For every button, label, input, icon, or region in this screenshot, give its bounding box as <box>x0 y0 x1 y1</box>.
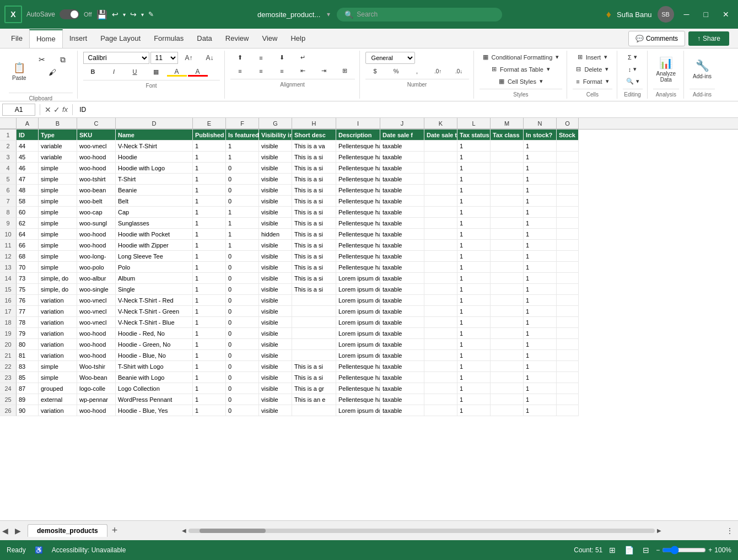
list-item[interactable]: 1 <box>524 141 557 152</box>
list-item[interactable]: taxable <box>380 317 424 328</box>
list-item[interactable]: This is a si <box>292 262 336 273</box>
cell-k1[interactable]: Date sale t <box>424 130 457 141</box>
list-item[interactable] <box>557 284 579 295</box>
tab-home[interactable]: Home <box>29 29 63 48</box>
minimize-btn[interactable]: ─ <box>680 8 694 21</box>
list-item[interactable]: woo-vnecl <box>77 306 116 317</box>
list-item[interactable]: Pellentesque habitant morbi trist <box>336 240 380 251</box>
list-item[interactable]: simple <box>39 163 77 174</box>
list-item[interactable]: woo-hood <box>77 405 116 416</box>
autosum-btn[interactable]: Σ ▾ <box>623 52 643 62</box>
list-item[interactable] <box>557 207 579 218</box>
wrap-text-btn[interactable]: ↵ <box>293 52 313 63</box>
list-item[interactable]: 1 <box>457 372 491 383</box>
list-item[interactable]: V-Neck T-Shirt - Red <box>116 295 193 306</box>
list-item[interactable]: 1 <box>226 240 259 251</box>
list-item[interactable] <box>424 152 457 163</box>
list-item[interactable]: woo-single <box>77 284 116 295</box>
list-item[interactable]: simple <box>39 218 77 229</box>
list-item[interactable] <box>424 295 457 306</box>
indent-dec-btn[interactable]: ⇤ <box>293 65 313 77</box>
list-item[interactable]: woo-hood <box>77 339 116 350</box>
list-item[interactable]: 87 <box>17 383 39 394</box>
list-item[interactable]: woo-bean <box>77 185 116 196</box>
share-button[interactable]: ↑ Share <box>688 31 729 46</box>
list-item[interactable]: 58 <box>17 196 39 207</box>
border-btn[interactable]: ▦ <box>146 66 166 78</box>
increase-font-btn[interactable]: A↑ <box>179 52 199 64</box>
delete-btn[interactable]: ⊟ Delete ▾ <box>573 64 612 74</box>
list-item[interactable]: This is a si <box>292 218 336 229</box>
list-item[interactable] <box>424 207 457 218</box>
cell-n1[interactable]: In stock? <box>524 130 557 141</box>
list-item[interactable]: visible <box>259 174 292 185</box>
list-item[interactable]: 1 <box>193 383 226 394</box>
font-name-select[interactable]: Calibri <box>83 52 149 64</box>
list-item[interactable]: taxable <box>380 306 424 317</box>
tab-help[interactable]: Help <box>284 30 312 47</box>
sheet-prev-btn[interactable]: ◀ <box>0 525 10 536</box>
list-item[interactable]: taxable <box>380 273 424 284</box>
list-item[interactable] <box>491 328 524 339</box>
list-item[interactable] <box>557 372 579 383</box>
list-item[interactable] <box>491 405 524 416</box>
list-item[interactable]: 75 <box>17 284 39 295</box>
italic-btn[interactable]: I <box>104 66 124 78</box>
list-item[interactable]: visible <box>259 196 292 207</box>
grid-body[interactable]: 1 ID Type SKU Name Published Is featured… <box>0 130 738 520</box>
list-item[interactable] <box>424 350 457 361</box>
close-btn[interactable]: ✕ <box>718 8 734 21</box>
list-item[interactable]: visible <box>259 361 292 372</box>
list-item[interactable] <box>557 328 579 339</box>
list-item[interactable]: woo-vnecl <box>77 141 116 152</box>
col-header-o[interactable]: O <box>557 118 579 129</box>
tab-review[interactable]: Review <box>219 30 256 47</box>
customize-icon[interactable]: ✎ <box>148 10 154 18</box>
list-item[interactable]: taxable <box>380 229 424 240</box>
list-item[interactable]: Lorem ipsum dolor sit amet, con <box>336 295 380 306</box>
list-item[interactable]: 45 <box>17 152 39 163</box>
conditional-formatting-btn[interactable]: ▦ Conditional Formatting ▾ <box>480 52 563 62</box>
list-item[interactable]: 1 <box>457 306 491 317</box>
list-item[interactable] <box>491 141 524 152</box>
list-item[interactable]: logo-colle <box>77 383 116 394</box>
list-item[interactable]: taxable <box>380 196 424 207</box>
list-item[interactable]: taxable <box>380 251 424 262</box>
list-item[interactable]: This is a si <box>292 185 336 196</box>
list-item[interactable]: 0 <box>226 339 259 350</box>
list-item[interactable]: 1 <box>226 229 259 240</box>
list-item[interactable]: 0 <box>226 350 259 361</box>
list-item[interactable] <box>557 229 579 240</box>
list-item[interactable]: 1 <box>524 295 557 306</box>
list-item[interactable]: 1 <box>524 339 557 350</box>
list-item[interactable] <box>424 262 457 273</box>
list-item[interactable] <box>557 240 579 251</box>
list-item[interactable] <box>491 207 524 218</box>
list-item[interactable]: Lorem ipsum dolor sit amet, con <box>336 284 380 295</box>
tab-data[interactable]: Data <box>190 30 218 47</box>
list-item[interactable]: 0 <box>226 361 259 372</box>
list-item[interactable]: simple <box>39 185 77 196</box>
list-item[interactable]: 1 <box>524 218 557 229</box>
cell-styles-btn[interactable]: ▦ Cell Styles ▾ <box>480 76 563 87</box>
list-item[interactable]: 1 <box>457 207 491 218</box>
list-item[interactable]: 1 <box>524 383 557 394</box>
list-item[interactable] <box>491 185 524 196</box>
list-item[interactable]: simple <box>39 361 77 372</box>
list-item[interactable] <box>491 273 524 284</box>
list-item[interactable]: taxable <box>380 240 424 251</box>
list-item[interactable]: visible <box>259 273 292 284</box>
list-item[interactable] <box>491 174 524 185</box>
format-btn[interactable]: ≡ Format ▾ <box>573 76 612 87</box>
list-item[interactable]: 1 <box>457 361 491 372</box>
list-item[interactable]: 0 <box>226 372 259 383</box>
list-item[interactable]: 1 <box>457 218 491 229</box>
list-item[interactable]: Pellentesque habitant morbi trist <box>336 262 380 273</box>
list-item[interactable]: This is a si <box>292 229 336 240</box>
list-item[interactable]: simple <box>39 240 77 251</box>
percent-btn[interactable]: % <box>386 66 406 77</box>
list-item[interactable]: 68 <box>17 251 39 262</box>
list-item[interactable]: 0 <box>226 383 259 394</box>
list-item[interactable]: 1 <box>457 328 491 339</box>
list-item[interactable]: woo-long- <box>77 251 116 262</box>
